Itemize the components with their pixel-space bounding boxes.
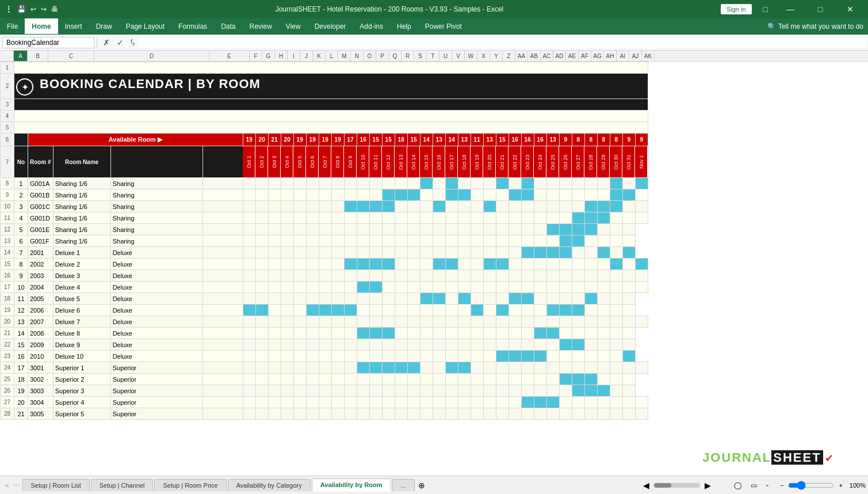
scroll-right-button[interactable]: ▶ — [705, 481, 711, 490]
close-button[interactable]: ✕ — [837, 0, 863, 18]
col-header-AF[interactable]: AF — [579, 51, 591, 61]
tab-formulas[interactable]: Formulas — [171, 18, 214, 34]
col-header-U[interactable]: U — [439, 51, 452, 61]
col-header-C[interactable]: C — [48, 51, 94, 61]
tab-developer[interactable]: Developer — [308, 18, 353, 34]
r1-oct7[interactable] — [319, 178, 331, 189]
r1-oct19[interactable] — [471, 178, 483, 189]
r1-oct6[interactable] — [306, 178, 319, 189]
tab-power-pivot[interactable]: Power Pivot — [418, 18, 469, 34]
tab-page-layout[interactable]: Page Layout — [119, 18, 171, 34]
col-header-B[interactable]: B — [28, 51, 48, 61]
r1-oct1[interactable] — [243, 178, 255, 189]
col-header-M[interactable]: M — [338, 51, 351, 61]
r1-oct26[interactable] — [559, 178, 572, 189]
col-header-I[interactable]: I — [288, 51, 300, 61]
tab-file[interactable]: File — [0, 18, 25, 34]
r1-oct24[interactable] — [534, 178, 546, 189]
insert-function-button[interactable]: fx — [127, 37, 139, 48]
r1-oct15[interactable] — [420, 178, 433, 189]
r1-oct9[interactable] — [344, 178, 357, 189]
r1-oct17[interactable] — [445, 178, 458, 189]
tab-data[interactable]: Data — [214, 18, 242, 34]
col-header-H[interactable]: H — [275, 51, 288, 61]
col-header-Q[interactable]: Q — [389, 51, 402, 61]
col-header-AB[interactable]: AB — [528, 51, 541, 61]
col-header-P[interactable]: P — [376, 51, 389, 61]
r1-oct30[interactable] — [610, 178, 622, 189]
name-box[interactable] — [2, 37, 94, 48]
r1-oct18[interactable] — [458, 178, 471, 189]
zoom-slider[interactable] — [788, 481, 834, 490]
tab-review[interactable]: Review — [242, 18, 278, 34]
tab-view[interactable]: View — [279, 18, 308, 34]
col-header-O[interactable]: O — [364, 51, 376, 61]
r1-oct2[interactable] — [255, 178, 268, 189]
col-header-Y[interactable]: Y — [490, 51, 503, 61]
col-header-E[interactable]: E — [209, 51, 250, 61]
r1-nov1[interactable] — [635, 178, 648, 189]
formula-input[interactable] — [139, 37, 866, 48]
sheet-tab-channel[interactable]: Setup | Channel — [91, 479, 154, 491]
col-header-T[interactable]: T — [427, 51, 439, 61]
room-1-id[interactable]: G001A — [28, 178, 53, 189]
room-1-type[interactable]: Sharing — [110, 178, 202, 189]
col-header-AK[interactable]: AK — [642, 51, 655, 61]
sheet-tab-room-price[interactable]: Setup | Room Price — [154, 479, 226, 491]
r1-oct23[interactable] — [521, 178, 534, 189]
col-header-N[interactable]: N — [351, 51, 364, 61]
r1-oct29[interactable] — [597, 178, 610, 189]
quick-access-undo[interactable]: ↩ — [30, 5, 36, 13]
col-header-G[interactable]: G — [262, 51, 275, 61]
confirm-formula-button[interactable]: ✓ — [113, 37, 127, 48]
r1-oct3[interactable] — [268, 178, 281, 189]
col-header-AJ[interactable]: AJ — [629, 51, 642, 61]
col-header-J[interactable]: J — [300, 51, 313, 61]
r1-oct5[interactable] — [293, 178, 306, 189]
col-header-A[interactable]: A — [14, 51, 28, 61]
col-header-AA[interactable]: AA — [515, 51, 528, 61]
sign-in-button[interactable]: Sign in — [721, 4, 752, 14]
restore-icon[interactable]: □ — [759, 5, 773, 14]
r1-oct10[interactable] — [357, 178, 369, 189]
sheet-tab-room-list[interactable]: Setup | Room List — [22, 479, 90, 491]
col-header-AC[interactable]: AC — [541, 51, 553, 61]
r1-oct28[interactable] — [584, 178, 597, 189]
col-header-V[interactable]: V — [452, 51, 465, 61]
r1-oct14[interactable] — [407, 178, 420, 189]
col-header-L[interactable]: L — [326, 51, 338, 61]
quick-access-save[interactable]: 💾 — [17, 5, 26, 13]
cancel-formula-button[interactable]: ✗ — [100, 37, 113, 48]
scroll-left-button[interactable]: ◀ — [643, 481, 649, 490]
col-header-R[interactable]: R — [402, 51, 414, 61]
col-header-F[interactable]: F — [250, 51, 262, 61]
col-header-S[interactable]: S — [414, 51, 427, 61]
minimize-button[interactable]: — — [777, 0, 804, 18]
quick-access-print[interactable]: 🖶 — [51, 5, 58, 13]
col-header-Z[interactable]: Z — [503, 51, 515, 61]
r1-oct16[interactable] — [433, 178, 445, 189]
col-header-AE[interactable]: AE — [566, 51, 579, 61]
tab-help[interactable]: Help — [390, 18, 418, 34]
col-header-X[interactable]: X — [477, 51, 490, 61]
r1-oct8[interactable] — [331, 178, 344, 189]
tab-draw[interactable]: Draw — [89, 18, 119, 34]
page-break-button[interactable]: ▫ — [764, 480, 771, 491]
r1-oct11[interactable] — [369, 178, 382, 189]
r1-oct25[interactable] — [546, 178, 559, 189]
col-header-AD[interactable]: AD — [553, 51, 566, 61]
page-layout-button[interactable]: ▭ — [748, 480, 759, 491]
col-header-AI[interactable]: AI — [617, 51, 629, 61]
col-header-AH[interactable]: AH — [604, 51, 617, 61]
zoom-plus[interactable]: + — [839, 482, 842, 489]
maximize-button[interactable]: □ — [807, 0, 833, 18]
sheet-tab-avail-category[interactable]: Availability by Category — [228, 479, 311, 491]
sheet-nav-left[interactable]: ◀ — [2, 482, 10, 488]
r1-oct22[interactable] — [508, 178, 521, 189]
col-header-AG[interactable]: AG — [591, 51, 604, 61]
r1-oct27[interactable] — [572, 178, 584, 189]
r1-oct12[interactable] — [382, 178, 395, 189]
r1-oct4[interactable] — [281, 178, 293, 189]
zoom-minus[interactable]: − — [780, 482, 783, 489]
col-header-W[interactable]: W — [465, 51, 477, 61]
